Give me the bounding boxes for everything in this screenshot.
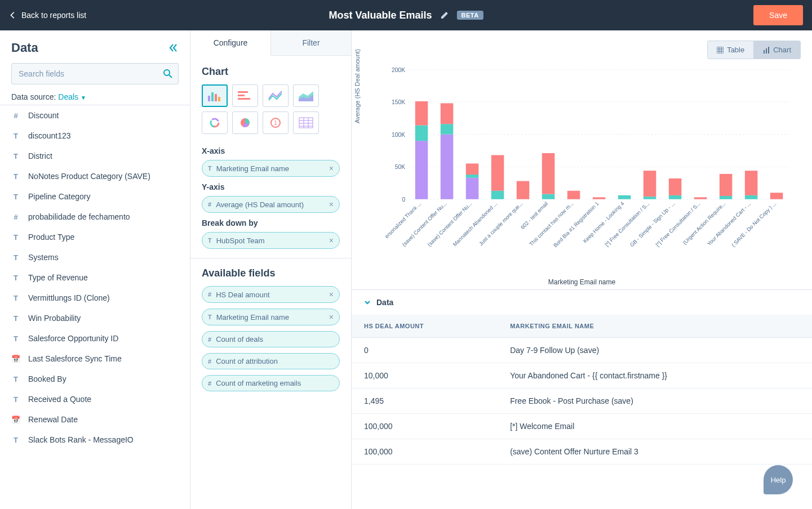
back-link[interactable]: Back to reports list — [9, 11, 86, 20]
config-panel: Configure Filter Chart 1 X-axis TMarketi… — [190, 30, 352, 509]
field-item[interactable]: TDistrict — [0, 146, 190, 166]
bar-segment[interactable] — [720, 174, 733, 196]
x-category-label: (save) Content Offer Nu... — [401, 200, 448, 247]
available-field-pill[interactable]: TMarketing Email name× — [202, 309, 340, 325]
bar-chart[interactable]: 050K100K150K200K[ST] Personalized Thank … — [385, 64, 795, 276]
field-item[interactable]: Tdiscount123 — [0, 126, 190, 146]
table-row[interactable]: 100,000(save) Content Offer Nurture Emai… — [352, 439, 812, 464]
remove-icon[interactable]: × — [329, 236, 334, 245]
svg-rect-25 — [764, 50, 765, 53]
table-row[interactable]: 0Day 7-9 Follow Up (save) — [352, 337, 812, 363]
bar-segment[interactable] — [644, 197, 656, 199]
field-item[interactable]: TType of Revenue — [0, 267, 190, 288]
bar-segment[interactable] — [644, 171, 656, 197]
data-section-header[interactable]: Data — [352, 290, 812, 315]
table-row[interactable]: 1,495Free Ebook - Post Purchase (save) — [352, 388, 812, 413]
chart-type-bar[interactable] — [232, 84, 258, 107]
bar-segment[interactable] — [567, 191, 580, 199]
remove-icon[interactable]: × — [329, 290, 334, 299]
field-label: Systems — [28, 253, 59, 262]
svg-text:100K: 100K — [392, 132, 405, 138]
field-item[interactable]: TPipeline Category — [0, 186, 190, 207]
field-item[interactable]: TWin Probability — [0, 308, 190, 328]
available-field-pill[interactable]: #HS Deal amount× — [202, 286, 340, 303]
bar-segment[interactable] — [694, 197, 707, 199]
svg-text:150K: 150K — [392, 99, 405, 105]
data-source-select[interactable]: Deals ▼ — [58, 92, 86, 101]
bar-segment[interactable] — [720, 196, 733, 199]
chart-type-pie[interactable] — [232, 111, 258, 134]
table-view-button[interactable]: Table — [708, 41, 754, 59]
available-field-pill[interactable]: #Count of attribution — [202, 353, 340, 369]
breakdown-pill[interactable]: THubSpot Team × — [202, 232, 340, 249]
field-item[interactable]: TSystems — [0, 247, 190, 267]
collapse-icon[interactable] — [168, 43, 179, 53]
available-field-pill[interactable]: #Count of deals — [202, 331, 340, 347]
bar-segment[interactable] — [466, 163, 479, 175]
available-field-pill[interactable]: #Count of marketing emails — [202, 375, 340, 391]
bar-segment[interactable] — [542, 153, 555, 194]
field-type-icon: T — [11, 334, 20, 343]
field-type-icon: T — [11, 375, 20, 383]
bar-segment[interactable] — [669, 195, 682, 199]
field-item[interactable]: 📅Last Salesforce Sync Time — [0, 349, 190, 369]
bar-segment[interactable] — [745, 195, 758, 199]
save-button[interactable]: Save — [753, 5, 803, 25]
remove-icon[interactable]: × — [329, 200, 334, 209]
bar-segment[interactable] — [415, 141, 428, 199]
pencil-icon[interactable] — [440, 11, 449, 20]
table-header[interactable]: HS DEAL AMOUNT — [352, 315, 498, 338]
chart-type-line[interactable] — [263, 84, 289, 107]
bar-segment[interactable] — [618, 195, 631, 199]
chart-type-column[interactable] — [202, 84, 228, 107]
field-item[interactable]: TNoNotes Product Category (SAVE) — [0, 166, 190, 186]
field-type-icon: T — [11, 253, 20, 262]
bar-segment[interactable] — [441, 135, 454, 199]
bar-segment[interactable] — [593, 197, 606, 199]
table-header[interactable]: MARKETING EMAIL NAME — [498, 315, 812, 338]
view-toggle: Table Chart — [707, 41, 801, 59]
bar-segment[interactable] — [517, 181, 530, 199]
remove-icon[interactable]: × — [329, 312, 334, 322]
bar-segment[interactable] — [669, 178, 682, 195]
bar-segment[interactable] — [415, 126, 428, 141]
table-row[interactable]: 10,000Your Abandoned Cart - {{ contact.f… — [352, 363, 812, 388]
svg-rect-5 — [238, 91, 248, 93]
field-item[interactable]: TBooked By — [0, 369, 190, 389]
beta-badge: BETA — [456, 11, 483, 20]
field-item[interactable]: TSlack Bots Rank - MessageIO — [0, 430, 190, 450]
chart-view-button[interactable]: Chart — [754, 41, 800, 59]
bar-segment[interactable] — [491, 155, 504, 190]
bar-segment[interactable] — [466, 178, 479, 199]
table-row[interactable]: 100,000[*] Welcome Email — [352, 413, 812, 439]
bar-segment[interactable] — [466, 175, 479, 178]
chart-type-donut[interactable] — [202, 111, 228, 134]
remove-icon[interactable]: × — [329, 164, 334, 173]
field-item[interactable]: #probabilidade de fechamento — [0, 207, 190, 227]
chart-type-kpi[interactable]: 1 — [263, 111, 289, 134]
search-input[interactable] — [11, 63, 179, 84]
yaxis-pill[interactable]: #Average (HS Deal amount) × — [202, 196, 340, 213]
field-item[interactable]: TProduct Type — [0, 227, 190, 247]
bar-segment[interactable] — [441, 103, 454, 124]
tab-filter[interactable]: Filter — [271, 30, 351, 55]
tab-configure[interactable]: Configure — [190, 30, 271, 56]
field-item[interactable]: TVermittlungs ID (Clone) — [0, 288, 190, 308]
help-button[interactable]: Help — [764, 465, 793, 494]
bar-segment[interactable] — [491, 191, 504, 199]
field-item[interactable]: #Discount — [0, 105, 190, 126]
chart-type-table[interactable] — [293, 111, 319, 134]
bar-segment[interactable] — [745, 171, 758, 195]
xaxis-pill[interactable]: TMarketing Email name × — [202, 160, 340, 177]
chart-type-area[interactable] — [293, 84, 319, 107]
field-type-icon: T — [11, 172, 20, 181]
svg-rect-26 — [766, 48, 767, 53]
field-item[interactable]: TSalesforce Opportunity ID — [0, 328, 190, 349]
bar-segment[interactable] — [415, 101, 428, 126]
field-type-icon: T — [11, 436, 20, 444]
bar-segment[interactable] — [441, 124, 454, 134]
field-item[interactable]: TReceived a Quote — [0, 389, 190, 409]
field-item[interactable]: 📅Renewal Date — [0, 409, 190, 430]
bar-segment[interactable] — [770, 193, 783, 199]
bar-segment[interactable] — [542, 194, 555, 199]
